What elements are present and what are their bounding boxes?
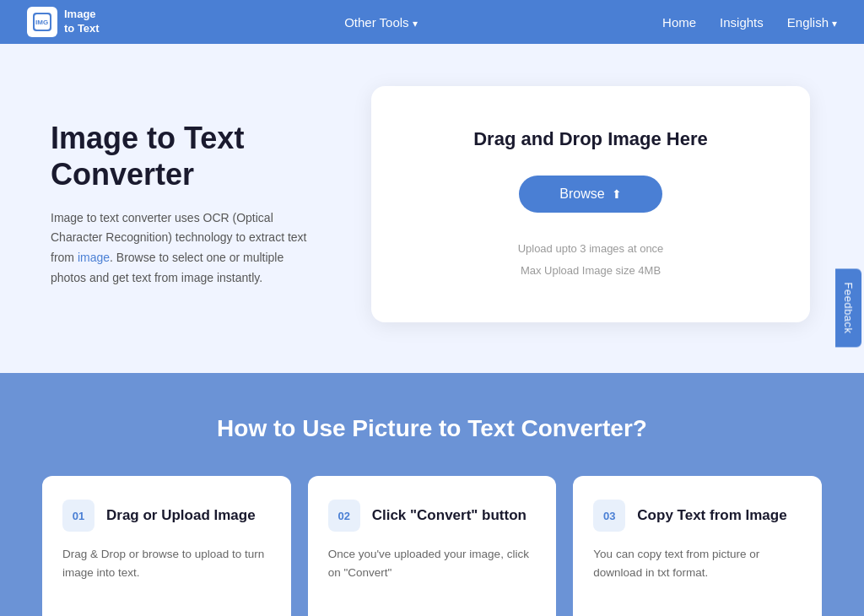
upload-info-line1: Upload upto 3 images at once	[518, 238, 664, 260]
insights-link[interactable]: Insights	[720, 15, 764, 30]
step-1-title: Drag or Upload Image	[106, 506, 256, 525]
home-link[interactable]: Home	[662, 15, 696, 30]
step-1-num: 01	[62, 500, 94, 532]
nav-right: Home Insights English	[662, 15, 837, 30]
upload-info: Upload upto 3 images at once Max Upload …	[518, 238, 664, 282]
feedback-tab[interactable]: Feedback	[835, 268, 861, 347]
step-3-num: 03	[593, 500, 625, 532]
nav-center: Other Tools	[344, 15, 417, 30]
upload-title: Drag and Drop Image Here	[473, 128, 708, 150]
step-1-header: 01 Drag or Upload Image	[62, 500, 271, 532]
step-2-title: Click "Convert" button	[372, 506, 526, 525]
upload-info-line2: Max Upload Image size 4MB	[518, 260, 664, 282]
step-1-desc: Drag & Drop or browse to upload to turn …	[62, 545, 271, 581]
upload-icon: ⬆	[612, 187, 622, 201]
language-label: English	[787, 15, 829, 30]
step-2-header: 02 Click "Convert" button	[328, 500, 537, 532]
hero-section: Image to Text Converter Image to text co…	[0, 44, 864, 373]
step-2-num: 02	[328, 500, 360, 532]
how-to-section: How to Use Picture to Text Converter? 01…	[0, 373, 864, 616]
logo-icon: IMG	[27, 7, 57, 37]
steps-row: 01 Drag or Upload Image Drag & Drop or b…	[42, 476, 822, 616]
hero-description: Image to text converter uses OCR (Optica…	[51, 208, 321, 289]
step-3-header: 03 Copy Text from Image	[593, 500, 802, 532]
step-card-1: 01 Drag or Upload Image Drag & Drop or b…	[42, 476, 291, 616]
step-card-2: 02 Click "Convert" button Once you've up…	[308, 476, 557, 616]
logo-text: Imageto Text	[64, 8, 100, 36]
step-3-title: Copy Text from Image	[637, 506, 786, 525]
hero-text: Image to Text Converter Image to text co…	[51, 120, 321, 289]
step-card-3: 03 Copy Text from Image You can copy tex…	[573, 476, 822, 616]
logo[interactable]: IMG Imageto Text	[27, 7, 100, 37]
step-3-desc: You can copy text from picture or downlo…	[593, 545, 802, 581]
how-to-title: How to Use Picture to Text Converter?	[42, 415, 822, 442]
other-tools-chevron-icon	[413, 15, 418, 30]
browse-label: Browse	[559, 186, 604, 202]
navbar: IMG Imageto Text Other Tools Home Insigh…	[0, 0, 864, 44]
browse-button[interactable]: Browse ⬆	[519, 176, 662, 213]
language-dropdown[interactable]: English	[787, 15, 837, 30]
highlight-image: image	[78, 251, 110, 264]
language-chevron-icon	[832, 15, 837, 30]
other-tools-dropdown[interactable]: Other Tools	[344, 15, 417, 30]
other-tools-label: Other Tools	[344, 15, 408, 30]
upload-area[interactable]: Drag and Drop Image Here Browse ⬆ Upload…	[371, 86, 810, 322]
hero-title: Image to Text Converter	[51, 120, 321, 192]
svg-text:IMG: IMG	[35, 19, 48, 26]
step-2-desc: Once you've uploaded your image, click o…	[328, 545, 537, 581]
